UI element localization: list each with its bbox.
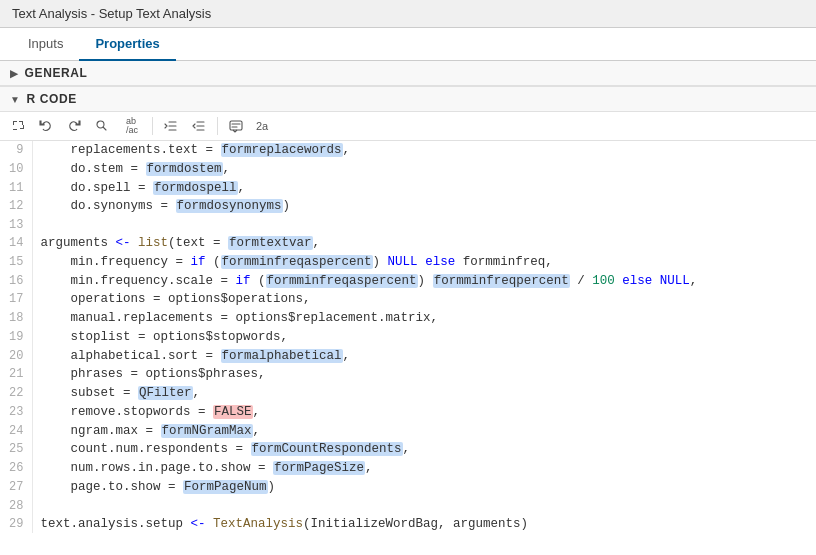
line-code: num.rows.in.page.to.show = formPageSize, bbox=[32, 459, 816, 478]
table-row: 25 count.num.respondents = formCountResp… bbox=[0, 440, 816, 459]
table-row: 21 phrases = options$phrases, bbox=[0, 365, 816, 384]
indent-btn[interactable] bbox=[187, 115, 211, 137]
line-code: remove.stopwords = FALSE, bbox=[32, 403, 816, 422]
line-code: manual.replacements = options$replacemen… bbox=[32, 309, 816, 328]
line-number: 15 bbox=[0, 253, 32, 272]
line-code: replacements.text = formreplacewords, bbox=[32, 141, 816, 160]
rcode-arrow: ▼ bbox=[10, 94, 21, 105]
rcode-label: R CODE bbox=[27, 92, 77, 106]
table-row: 13 bbox=[0, 216, 816, 234]
table-row: 12 do.synonyms = formdosynonyms) bbox=[0, 197, 816, 216]
line-code: operations = options$operations, bbox=[32, 290, 816, 309]
line-number: 29 bbox=[0, 515, 32, 534]
line-number: 26 bbox=[0, 459, 32, 478]
table-row: 14arguments <- list(text = formtextvar, bbox=[0, 234, 816, 253]
rcode-section: ▼ R CODE bbox=[0, 87, 816, 555]
line-number: 13 bbox=[0, 216, 32, 234]
table-row: 19 stoplist = options$stopwords, bbox=[0, 328, 816, 347]
line-number: 14 bbox=[0, 234, 32, 253]
table-row: 22 subset = QFilter, bbox=[0, 384, 816, 403]
table-row: 20 alphabetical.sort = formalphabetical, bbox=[0, 347, 816, 366]
comment-btn[interactable] bbox=[224, 115, 248, 137]
svg-rect-1 bbox=[230, 121, 242, 130]
search-btn[interactable] bbox=[90, 115, 114, 137]
general-arrow: ▶ bbox=[10, 68, 19, 79]
title-bar: Text Analysis - Setup Text Analysis bbox=[0, 0, 816, 28]
line-number: 16 bbox=[0, 272, 32, 291]
line-number: 19 bbox=[0, 328, 32, 347]
line-code bbox=[32, 216, 816, 234]
ab-btn[interactable]: ab/ac bbox=[118, 115, 146, 137]
line-number: 28 bbox=[0, 497, 32, 515]
line-number: 23 bbox=[0, 403, 32, 422]
general-section: ▶ GENERAL bbox=[0, 61, 816, 87]
tabs-bar: Inputs Properties bbox=[0, 28, 816, 61]
code-editor[interactable]: 9 replacements.text = formreplacewords,1… bbox=[0, 141, 816, 555]
line-code: phrases = options$phrases, bbox=[32, 365, 816, 384]
line-code: min.frequency = if (formminfreqaspercent… bbox=[32, 253, 816, 272]
table-row: 23 remove.stopwords = FALSE, bbox=[0, 403, 816, 422]
line-number: 9 bbox=[0, 141, 32, 160]
line-code bbox=[32, 497, 816, 515]
badge: 2a bbox=[252, 120, 272, 132]
line-code: min.frequency.scale = if (formminfreqasp… bbox=[32, 272, 816, 291]
line-code: subset = QFilter, bbox=[32, 384, 816, 403]
line-number: 27 bbox=[0, 478, 32, 497]
tab-inputs[interactable]: Inputs bbox=[12, 28, 79, 61]
table-row: 24 ngram.max = formNGramMax, bbox=[0, 422, 816, 441]
table-row: 28 bbox=[0, 497, 816, 515]
redo-btn[interactable] bbox=[62, 115, 86, 137]
sep1 bbox=[152, 117, 153, 135]
table-row: 15 min.frequency = if (formminfreqasperc… bbox=[0, 253, 816, 272]
line-number: 25 bbox=[0, 440, 32, 459]
undo-btn[interactable] bbox=[34, 115, 58, 137]
table-row: 26 num.rows.in.page.to.show = formPageSi… bbox=[0, 459, 816, 478]
table-row: 9 replacements.text = formreplacewords, bbox=[0, 141, 816, 160]
line-number: 21 bbox=[0, 365, 32, 384]
line-code: page.to.show = FormPageNum) bbox=[32, 478, 816, 497]
general-header[interactable]: ▶ GENERAL bbox=[0, 61, 816, 86]
sep2 bbox=[217, 117, 218, 135]
expand-btn[interactable] bbox=[6, 115, 30, 137]
table-row: 29text.analysis.setup <- TextAnalysis(In… bbox=[0, 515, 816, 534]
line-number: 24 bbox=[0, 422, 32, 441]
line-code: count.num.respondents = formCountRespond… bbox=[32, 440, 816, 459]
table-row: 18 manual.replacements = options$replace… bbox=[0, 309, 816, 328]
title-text: Text Analysis - Setup Text Analysis bbox=[12, 6, 211, 21]
line-code: ngram.max = formNGramMax, bbox=[32, 422, 816, 441]
line-code: stoplist = options$stopwords, bbox=[32, 328, 816, 347]
line-number: 11 bbox=[0, 179, 32, 198]
table-row: 11 do.spell = formdospell, bbox=[0, 179, 816, 198]
line-code: arguments <- list(text = formtextvar, bbox=[32, 234, 816, 253]
line-number: 18 bbox=[0, 309, 32, 328]
line-code: text.analysis.setup <- TextAnalysis(Init… bbox=[32, 515, 816, 534]
rcode-header[interactable]: ▼ R CODE bbox=[0, 87, 816, 112]
line-code: do.synonyms = formdosynonyms) bbox=[32, 197, 816, 216]
outdent-btn[interactable] bbox=[159, 115, 183, 137]
table-row: 10 do.stem = formdostem, bbox=[0, 160, 816, 179]
line-number: 12 bbox=[0, 197, 32, 216]
line-code: do.stem = formdostem, bbox=[32, 160, 816, 179]
tab-properties[interactable]: Properties bbox=[79, 28, 175, 61]
code-toolbar: ab/ac 2a bbox=[0, 112, 816, 141]
line-number: 17 bbox=[0, 290, 32, 309]
line-number: 20 bbox=[0, 347, 32, 366]
line-code: alphabetical.sort = formalphabetical, bbox=[32, 347, 816, 366]
table-row: 17 operations = options$operations, bbox=[0, 290, 816, 309]
line-number: 22 bbox=[0, 384, 32, 403]
code-table: 9 replacements.text = formreplacewords,1… bbox=[0, 141, 816, 533]
general-label: GENERAL bbox=[25, 66, 88, 80]
main-content: ▶ GENERAL ▼ R CODE bbox=[0, 61, 816, 555]
line-code: do.spell = formdospell, bbox=[32, 179, 816, 198]
line-number: 10 bbox=[0, 160, 32, 179]
table-row: 16 min.frequency.scale = if (formminfreq… bbox=[0, 272, 816, 291]
table-row: 27 page.to.show = FormPageNum) bbox=[0, 478, 816, 497]
